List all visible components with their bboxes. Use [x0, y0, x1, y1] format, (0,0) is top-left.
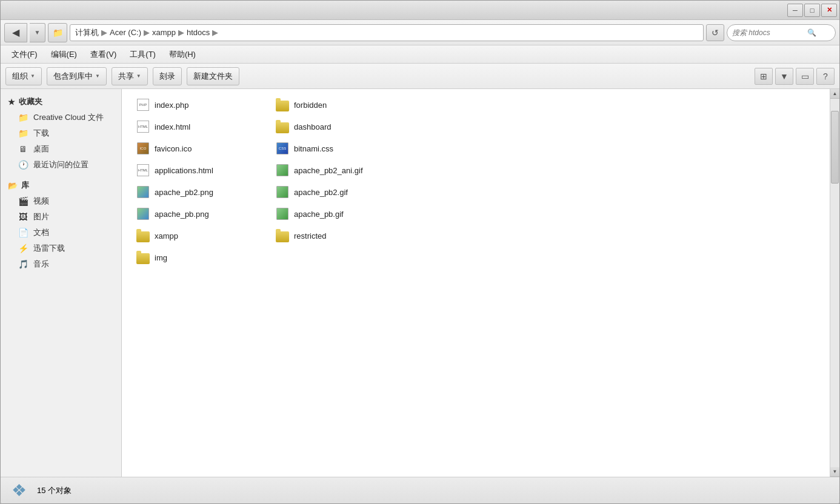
- gif-icon: [276, 185, 289, 199]
- back-button[interactable]: ◀: [4, 23, 27, 42]
- search-input[interactable]: [732, 28, 805, 37]
- list-item[interactable]: ICOfavicon.ico: [132, 138, 271, 159]
- list-item[interactable]: apache_pb.png: [132, 203, 271, 225]
- list-item[interactable]: forbidden: [271, 94, 410, 116]
- list-item[interactable]: HTMLapplications.html: [132, 159, 271, 181]
- new-folder-label: 新建文件夹: [193, 71, 233, 82]
- file-name: favicon.ico: [155, 144, 192, 153]
- menu-tools[interactable]: 工具(T): [124, 47, 162, 62]
- desktop-label: 桌面: [33, 144, 49, 154]
- music-label: 音乐: [33, 259, 49, 270]
- sidebar-item-creative-cloud[interactable]: 📁 Creative Cloud 文件: [1, 110, 121, 125]
- list-item[interactable]: apache_pb2.gif: [271, 181, 410, 203]
- burn-button[interactable]: 刻录: [153, 67, 182, 85]
- menu-help[interactable]: 帮助(H): [163, 47, 202, 62]
- list-item[interactable]: apache_pb2_ani.gif: [271, 159, 410, 181]
- folder-icon: [136, 251, 150, 264]
- thunder-icon: ⚡: [18, 243, 28, 254]
- scroll-thumb[interactable]: [831, 111, 839, 184]
- restore-button[interactable]: □: [804, 4, 820, 17]
- include-library-button[interactable]: 包含到库中 ▼: [47, 67, 107, 85]
- scrollbar[interactable]: ▲ ▼: [830, 89, 839, 477]
- breadcrumb-drive[interactable]: Acer (C:): [110, 28, 141, 37]
- html-icon: HTML: [136, 120, 150, 133]
- image-icon: [136, 207, 150, 220]
- folder-icon: [276, 229, 289, 242]
- css-icon: CSS: [276, 142, 289, 155]
- sidebar-item-video[interactable]: 🎬 视频: [1, 193, 121, 209]
- scroll-thumb-area[interactable]: [830, 99, 839, 467]
- forward-button[interactable]: ▼: [30, 23, 45, 42]
- library-title: 📂 库: [1, 177, 121, 193]
- organize-label: 组织: [12, 71, 28, 82]
- html-icon: HTML: [136, 164, 150, 177]
- file-name: bitnami.css: [294, 144, 333, 153]
- library-label: 库: [21, 180, 29, 191]
- view-panel-button[interactable]: ▭: [796, 68, 814, 85]
- sidebar-item-downloads[interactable]: 📁 下载: [1, 125, 121, 141]
- sidebar-item-desktop[interactable]: 🖥 桌面: [1, 141, 121, 157]
- file-name: apache_pb.gif: [294, 210, 344, 219]
- list-item[interactable]: HTMLindex.html: [132, 116, 271, 138]
- gif-icon: [276, 164, 289, 177]
- menu-edit[interactable]: 编辑(E): [45, 47, 83, 62]
- list-item[interactable]: img: [132, 247, 271, 268]
- picture-icon: 🖼: [18, 211, 28, 222]
- sidebar-item-documents[interactable]: 📄 文档: [1, 225, 121, 240]
- sidebar-item-music[interactable]: 🎵 音乐: [1, 256, 121, 272]
- scroll-down-arrow[interactable]: ▼: [830, 467, 840, 477]
- refresh-button[interactable]: ↺: [706, 24, 724, 41]
- address-bar: ◀ ▼ 📁 计算机 ▶ Acer (C:) ▶ xampp ▶ htdocs ▶…: [1, 20, 839, 45]
- file-name: restricted: [294, 231, 326, 240]
- list-item[interactable]: CSSbitnami.css: [271, 138, 410, 159]
- image-icon: [136, 185, 150, 199]
- desktop-icon: 🖥: [18, 144, 28, 154]
- list-item[interactable]: PHPindex.php: [132, 94, 271, 116]
- php-icon: PHP: [136, 98, 150, 111]
- folder-icon: [136, 229, 150, 242]
- star-icon: ★: [8, 98, 15, 107]
- organize-button[interactable]: 组织 ▼: [5, 67, 42, 85]
- search-box[interactable]: 🔍: [727, 24, 836, 41]
- video-icon: 🎬: [18, 196, 28, 207]
- help-button[interactable]: ?: [816, 68, 835, 85]
- share-button[interactable]: 共享 ▼: [112, 67, 148, 85]
- view-dropdown-button[interactable]: ▼: [775, 68, 793, 85]
- close-button[interactable]: ✕: [821, 4, 837, 17]
- scroll-up-arrow[interactable]: ▲: [830, 89, 840, 99]
- toolbar-right: ⊞ ▼ ▭ ?: [755, 68, 835, 85]
- new-folder-button[interactable]: 新建文件夹: [187, 67, 239, 85]
- explorer-window: ─ □ ✕ ◀ ▼ 📁 计算机 ▶ Acer (C:) ▶ xampp ▶ ht…: [0, 0, 840, 504]
- breadcrumb-folder2[interactable]: htdocs: [187, 28, 210, 37]
- thunder-label: 迅雷下载: [33, 243, 65, 254]
- sidebar-item-pictures[interactable]: 🖼 图片: [1, 209, 121, 225]
- list-item[interactable]: dashboard: [271, 116, 410, 138]
- file-name: apache_pb2.gif: [294, 188, 348, 197]
- breadcrumb-computer[interactable]: 计算机: [75, 27, 99, 38]
- downloads-label: 下载: [33, 128, 49, 139]
- burn-label: 刻录: [159, 71, 175, 82]
- list-item[interactable]: apache_pb.gif: [271, 203, 410, 225]
- menu-file[interactable]: 文件(F): [5, 47, 44, 62]
- list-item[interactable]: apache_pb2.png: [132, 181, 271, 203]
- folder-icon: 📁: [18, 112, 28, 123]
- music-icon: 🎵: [18, 259, 28, 270]
- file-name: apache_pb2.png: [155, 188, 213, 197]
- up-button[interactable]: 📁: [48, 23, 67, 42]
- status-bar: ❖ 15 个对象: [1, 477, 839, 503]
- list-item[interactable]: xampp: [132, 225, 271, 247]
- view-grid-button[interactable]: ⊞: [755, 68, 773, 85]
- file-name: xampp: [155, 231, 178, 240]
- status-count: 15 个对象: [37, 485, 72, 496]
- breadcrumb-folder1[interactable]: xampp: [152, 28, 176, 37]
- menu-view[interactable]: 查看(V): [84, 47, 122, 62]
- list-item[interactable]: restricted: [271, 225, 410, 247]
- sidebar-item-recent[interactable]: 🕐 最近访问的位置: [1, 157, 121, 173]
- ico-icon: ICO: [136, 142, 150, 155]
- address-path[interactable]: 计算机 ▶ Acer (C:) ▶ xampp ▶ htdocs ▶: [70, 24, 704, 41]
- file-list: PHPindex.phpforbiddenHTMLindex.htmldashb…: [122, 89, 830, 477]
- include-library-label: 包含到库中: [53, 71, 93, 82]
- sidebar-item-thunder[interactable]: ⚡ 迅雷下载: [1, 240, 121, 256]
- menu-bar: 文件(F) 编辑(E) 查看(V) 工具(T) 帮助(H): [1, 45, 839, 64]
- minimize-button[interactable]: ─: [787, 4, 803, 17]
